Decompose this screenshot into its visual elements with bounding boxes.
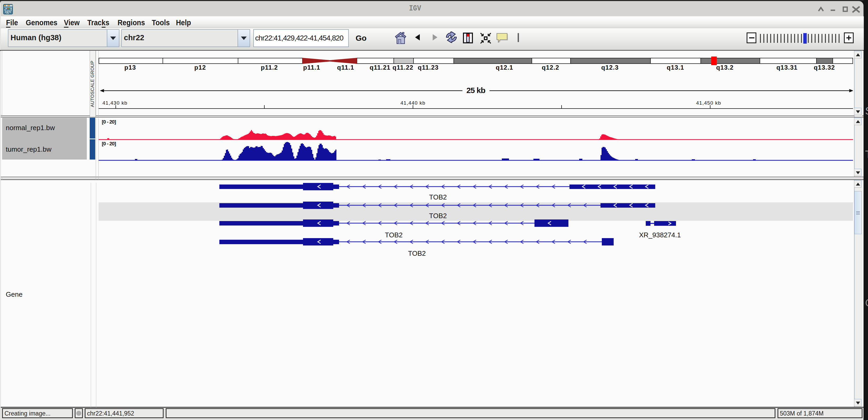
svg-text:q11.22: q11.22 [393, 64, 413, 71]
svg-text:41,450 kb: 41,450 kb [696, 100, 721, 106]
svg-text:igv: igv [5, 8, 11, 14]
svg-text:25 kb: 25 kb [466, 86, 485, 95]
svg-text:q13.32: q13.32 [814, 64, 835, 71]
svg-text:p13: p13 [124, 64, 136, 71]
svg-text:q12.2: q12.2 [542, 64, 559, 71]
svg-text:q13.31: q13.31 [776, 64, 798, 71]
svg-text:p11.1: p11.1 [303, 64, 320, 71]
svg-text:XR_938274.1: XR_938274.1 [639, 231, 681, 239]
svg-text:q13.2: q13.2 [716, 64, 734, 71]
svg-text:q12.3: q12.3 [601, 64, 619, 71]
svg-text:p12: p12 [194, 64, 206, 71]
svg-text:q11.1: q11.1 [337, 64, 354, 71]
svg-text:q11.23: q11.23 [418, 64, 438, 71]
svg-text:TOB2: TOB2 [385, 231, 402, 239]
svg-text:q12.1: q12.1 [496, 64, 513, 71]
svg-text:p11.2: p11.2 [261, 64, 278, 71]
svg-text:q11.21: q11.21 [370, 64, 390, 71]
svg-text:TOB2: TOB2 [408, 250, 426, 257]
svg-text:41,440 kb: 41,440 kb [400, 100, 425, 106]
svg-text:q13.1: q13.1 [667, 64, 684, 71]
svg-text:41,430 kb: 41,430 kb [102, 100, 127, 106]
svg-text:TOB2: TOB2 [429, 212, 446, 220]
svg-text:TOB2: TOB2 [429, 193, 446, 201]
